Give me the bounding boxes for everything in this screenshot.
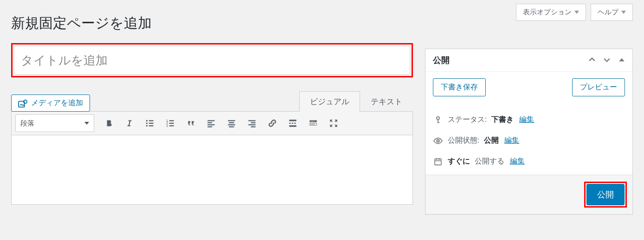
svg-rect-27 (289, 123, 290, 124)
screen-meta-links: 表示オプション ヘルプ (516, 4, 633, 21)
schedule-suffix: 公開する (475, 157, 504, 166)
bulleted-list-button[interactable] (141, 114, 159, 132)
publish-button[interactable]: 公開 (586, 184, 625, 205)
content-column: メディアを追加 ビジュアル テキスト 段落 (11, 43, 413, 215)
align-center-button[interactable] (222, 114, 241, 132)
editor-content-area[interactable] (11, 135, 413, 205)
page-wrap: 新規固定ページを追加 メディアを追加 (0, 0, 644, 215)
svg-rect-37 (312, 124, 313, 125)
svg-rect-7 (149, 125, 154, 126)
status-value: 下書き (491, 115, 514, 125)
eye-icon (433, 138, 443, 144)
status-edit-link[interactable]: 編集 (519, 115, 534, 125)
editor-toolbar: 段落 123 (11, 111, 413, 135)
move-up-icon[interactable] (589, 57, 595, 64)
toolbar-toggle-button[interactable] (304, 114, 322, 132)
help-label: ヘルプ (598, 8, 618, 17)
svg-rect-15 (207, 122, 212, 123)
visibility-label: 公開状態: (448, 136, 479, 145)
publish-highlight-outline: 公開 (584, 182, 627, 208)
post-title-input[interactable] (14, 46, 410, 75)
svg-rect-18 (228, 120, 235, 121)
publish-actions-row: 下書き保存 プレビュー (433, 78, 625, 96)
toggle-panel-icon[interactable] (618, 57, 625, 64)
svg-point-4 (146, 122, 148, 124)
format-select[interactable]: 段落 (15, 114, 94, 132)
svg-rect-3 (149, 120, 154, 121)
italic-button[interactable] (120, 114, 139, 132)
fullscreen-button[interactable] (324, 114, 343, 132)
add-media-button[interactable]: メディアを追加 (11, 95, 90, 112)
schedule-line: すぐに 公開する 編集 (433, 151, 625, 172)
publish-metabox-footer: 公開 (425, 175, 632, 214)
svg-text:3: 3 (166, 124, 168, 127)
caret-down-icon (621, 11, 626, 14)
tab-text[interactable]: テキスト (360, 91, 413, 112)
main-layout: メディアを追加 ビジュアル テキスト 段落 (11, 43, 633, 215)
blockquote-button[interactable] (181, 114, 200, 132)
svg-rect-41 (438, 122, 439, 123)
svg-rect-25 (251, 126, 256, 127)
align-left-button[interactable] (202, 114, 220, 132)
sidebar-column: 公開 下書き保存 プレビュー (424, 43, 633, 215)
add-media-label: メディアを追加 (31, 98, 83, 108)
svg-point-6 (146, 125, 148, 126)
schedule-edit-link[interactable]: 編集 (510, 157, 525, 166)
svg-rect-11 (169, 123, 174, 124)
visibility-value: 公開 (484, 136, 499, 145)
media-icon (18, 100, 27, 107)
display-options-label: 表示オプション (523, 8, 572, 17)
svg-rect-17 (207, 126, 212, 127)
svg-rect-23 (251, 122, 256, 123)
caret-down-icon (84, 122, 89, 125)
status-label: ステータス: (448, 115, 487, 125)
key-icon (433, 116, 443, 124)
svg-rect-34 (314, 121, 315, 121)
editor-top-row: メディアを追加 ビジュアル テキスト (11, 91, 413, 112)
svg-rect-33 (312, 121, 313, 121)
help-button[interactable]: ヘルプ (591, 4, 633, 21)
svg-rect-36 (311, 124, 312, 125)
format-select-label: 段落 (20, 119, 34, 128)
svg-rect-28 (292, 123, 293, 124)
calendar-icon (433, 158, 443, 166)
title-highlight-outline (11, 43, 413, 77)
schedule-prefix: すぐに (448, 157, 470, 166)
tab-visual[interactable]: ビジュアル (299, 91, 360, 112)
link-button[interactable] (263, 114, 282, 132)
visibility-edit-link[interactable]: 編集 (504, 136, 519, 145)
publish-metabox-body: 下書き保存 プレビュー ステータス: 下書き 編集 (425, 72, 632, 175)
preview-button[interactable]: プレビュー (572, 78, 625, 96)
svg-point-42 (438, 140, 439, 141)
svg-rect-30 (289, 125, 296, 126)
publish-metabox-title: 公開 (433, 55, 450, 66)
status-line: ステータス: 下書き 編集 (433, 109, 625, 130)
align-right-button[interactable] (243, 114, 261, 132)
svg-rect-38 (314, 124, 315, 125)
caret-down-icon (574, 11, 579, 14)
svg-rect-19 (229, 122, 234, 123)
publish-metabox: 公開 下書き保存 プレビュー (425, 49, 633, 215)
svg-rect-29 (294, 123, 296, 124)
svg-rect-20 (228, 124, 235, 125)
svg-rect-43 (435, 159, 441, 165)
numbered-list-button[interactable]: 123 (161, 114, 180, 132)
svg-rect-26 (289, 120, 296, 121)
move-down-icon[interactable] (604, 57, 610, 64)
svg-rect-14 (207, 120, 214, 121)
save-draft-button[interactable]: 下書き保存 (433, 78, 486, 96)
svg-point-2 (146, 120, 148, 121)
svg-rect-16 (207, 124, 214, 125)
svg-rect-21 (229, 126, 234, 127)
visibility-line: 公開状態: 公開 編集 (433, 130, 625, 151)
svg-rect-32 (311, 121, 312, 121)
svg-rect-24 (248, 124, 255, 125)
svg-rect-9 (169, 120, 174, 121)
read-more-button[interactable] (283, 114, 302, 132)
svg-rect-22 (248, 120, 255, 121)
svg-rect-13 (169, 125, 174, 126)
display-options-button[interactable]: 表示オプション (516, 4, 586, 21)
bold-button[interactable] (100, 114, 118, 132)
svg-rect-5 (149, 123, 154, 124)
editor-tabs: ビジュアル テキスト (299, 91, 413, 112)
